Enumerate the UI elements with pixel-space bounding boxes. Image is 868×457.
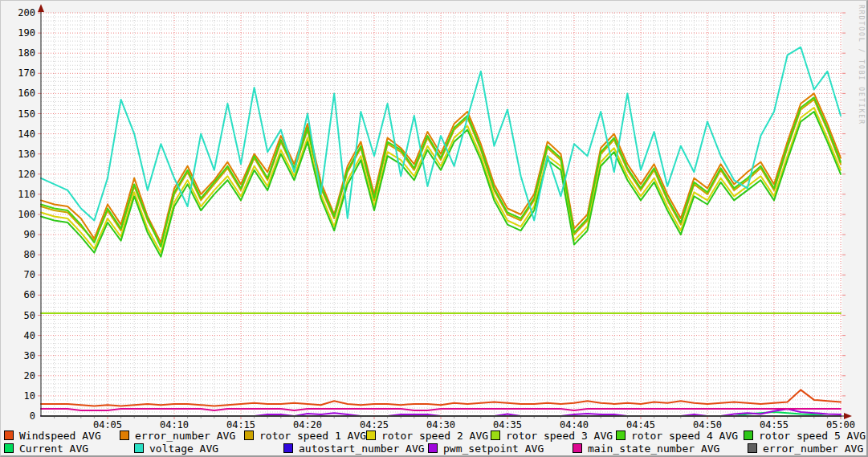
rrdtool-graph: 0102030405060708090100110120130140150160… bbox=[0, 0, 868, 457]
y-tick-label: 190 bbox=[18, 27, 35, 39]
x-tick-label: 04:55 bbox=[760, 419, 789, 430]
y-tick-label: 120 bbox=[18, 169, 35, 180]
watermark-text: RRDTOOL / TOBI OETIKER bbox=[858, 5, 865, 125]
y-tick-label: 160 bbox=[18, 88, 35, 99]
x-tick-label: 04:25 bbox=[360, 419, 389, 430]
y-tick-label: 90 bbox=[24, 229, 35, 240]
y-tick-label: 70 bbox=[24, 269, 35, 280]
x-tick-label: 04:40 bbox=[560, 419, 589, 430]
x-tick-label: 04:35 bbox=[493, 419, 522, 430]
y-tick-label: 60 bbox=[24, 289, 35, 300]
x-tick-label: 04:15 bbox=[226, 419, 255, 430]
y-tick-label: 150 bbox=[18, 108, 35, 120]
y-tick-label: 180 bbox=[18, 47, 35, 59]
x-tick-label: 04:50 bbox=[693, 419, 722, 430]
x-tick-label: 04:10 bbox=[160, 419, 189, 430]
x-tick-label: 04:05 bbox=[93, 419, 122, 430]
y-tick-label: 100 bbox=[18, 209, 35, 220]
x-axis-arrow bbox=[844, 413, 852, 419]
x-tick-label: 04:45 bbox=[626, 419, 655, 430]
y-tick-label: 0 bbox=[30, 410, 35, 422]
y-tick-label: 170 bbox=[18, 67, 35, 79]
y-tick-label: 30 bbox=[24, 350, 35, 361]
x-tick-label: 04:30 bbox=[426, 419, 455, 430]
y-tick-label: 10 bbox=[24, 390, 35, 402]
x-tick-label: 05:00 bbox=[826, 419, 855, 430]
y-tick-label: 110 bbox=[18, 189, 35, 200]
chart-svg: 0102030405060708090100110120130140150160… bbox=[1, 1, 868, 457]
y-tick-label: 130 bbox=[18, 149, 35, 160]
y-tick-label: 140 bbox=[18, 129, 35, 140]
y-axis-arrow bbox=[38, 4, 44, 12]
y-tick-label: 200 bbox=[18, 7, 35, 18]
y-tick-label: 80 bbox=[24, 249, 35, 260]
y-tick-label: 20 bbox=[24, 370, 35, 382]
y-tick-label: 40 bbox=[24, 330, 35, 341]
x-tick-label: 04:20 bbox=[293, 419, 322, 430]
y-tick-label: 50 bbox=[24, 310, 35, 321]
chart-plot-area: 0102030405060708090100110120130140150160… bbox=[1, 1, 868, 457]
